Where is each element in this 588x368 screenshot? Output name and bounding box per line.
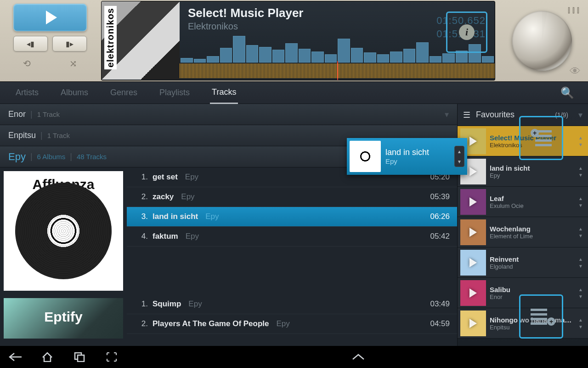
- library-tabs: Artists Albums Genres Playlists Tracks 🔍: [0, 82, 588, 104]
- spectrum-bar: [194, 59, 206, 63]
- spectrum-bar: [299, 49, 311, 63]
- favourite-item[interactable]: LeafExulum Ocie▲▼: [458, 187, 588, 217]
- drag-artist: Epy: [385, 157, 429, 165]
- album-art-label: elektronikos: [104, 6, 117, 69]
- volume-knob[interactable]: [512, 11, 572, 71]
- list-icon: [535, 130, 552, 146]
- reorder-handle[interactable]: ▲▼: [576, 287, 585, 299]
- play-icon: [469, 228, 477, 237]
- spectrum-bar: [272, 50, 285, 63]
- add-to-playlist-bottom[interactable]: +: [519, 294, 563, 339]
- list-icon: ☰: [463, 110, 470, 120]
- prev-button[interactable]: ◂▮: [13, 36, 48, 52]
- play-button[interactable]: [13, 4, 87, 31]
- track-artist: Epy: [181, 192, 194, 201]
- spectrum-bar: [364, 52, 376, 63]
- album-art-eptify[interactable]: Eptify: [4, 298, 123, 339]
- track-name: get set: [153, 172, 178, 182]
- spectrum-bar: [233, 36, 245, 63]
- track-row[interactable]: 4.faktumEpy05:42: [127, 227, 457, 247]
- favourite-title: Reinvent: [490, 255, 572, 263]
- track-number: 4.: [134, 232, 148, 241]
- reorder-handle[interactable]: ▲▼: [576, 135, 585, 147]
- track-name: land in sicht: [153, 212, 198, 221]
- recent-apps-button[interactable]: [72, 349, 87, 365]
- favourite-title: Wochenlang: [490, 225, 572, 233]
- reorder-handle[interactable]: ▲▼: [576, 226, 585, 238]
- add-to-playlist-top[interactable]: +: [519, 116, 563, 160]
- info-button[interactable]: i: [446, 12, 487, 53]
- play-icon: [46, 11, 57, 24]
- artist-group-enor[interactable]: Enor | 1 Track ▾: [0, 104, 457, 125]
- favourites-title: Favourites: [476, 110, 514, 120]
- player-header: ◂▮ ▮▸ ⟲ ⤨ elektronikos Select! Music Pla…: [0, 0, 588, 82]
- spectrum-bar: [351, 48, 363, 63]
- favourite-art: [460, 280, 486, 306]
- dragging-track-chip[interactable]: land in sicht Epy ▲▼: [347, 138, 467, 175]
- shuffle-icon[interactable]: ⤨: [69, 58, 77, 69]
- track-number: 1.: [134, 172, 148, 182]
- track-row[interactable]: 1.SquimpEpy03:49: [127, 294, 457, 314]
- track-number: 1.: [134, 299, 148, 309]
- favourite-title: land in sicht: [490, 164, 572, 172]
- favourite-item[interactable]: WochenlangElement of Lime▲▼: [458, 217, 588, 247]
- screenshot-button[interactable]: [104, 349, 119, 365]
- track-duration: 04:59: [430, 319, 450, 328]
- track-row[interactable]: 3.land in sichtEpy06:26: [127, 207, 457, 227]
- list-icon: [531, 309, 547, 325]
- visibility-icon[interactable]: 👁: [570, 65, 581, 78]
- play-icon: [469, 288, 477, 298]
- volume-area: ⫿⫿⫿ 👁: [496, 0, 588, 81]
- spectrum-bar: [311, 52, 324, 63]
- track-artist: Epy: [188, 299, 202, 309]
- album-art[interactable]: elektronikos: [102, 1, 180, 80]
- spectrum-bar: [482, 56, 494, 63]
- reorder-handle[interactable]: ▲▼: [576, 317, 585, 329]
- search-icon[interactable]: 🔍: [560, 86, 574, 99]
- chevron-down-icon[interactable]: ▾: [578, 110, 582, 120]
- favourite-artist: Element of Lime: [490, 233, 572, 240]
- reorder-handle[interactable]: ▲▼: [576, 257, 585, 269]
- track-name: zacky: [153, 192, 174, 201]
- next-button[interactable]: ▮▸: [52, 36, 87, 52]
- now-playing-display: elektronikos Select! Music Player Elektr…: [101, 1, 495, 80]
- favourite-item[interactable]: land in sichtEpy▲▼: [458, 156, 588, 187]
- repeat-icon[interactable]: ⟲: [23, 58, 31, 69]
- tab-artists[interactable]: Artists: [14, 82, 40, 103]
- favourite-item[interactable]: ReinventElgoland▲▼: [458, 247, 588, 278]
- tab-playlists[interactable]: Playlists: [158, 82, 192, 103]
- track-row[interactable]: 2.zackyEpy05:39: [127, 187, 457, 207]
- tab-genres[interactable]: Genres: [108, 82, 139, 103]
- reorder-handle[interactable]: ▲▼: [576, 196, 585, 208]
- chevron-down-icon: ▾: [445, 109, 449, 120]
- album-art-affluenza[interactable]: Affluenza: [4, 171, 123, 291]
- track-name: Players At The Game Of People: [153, 319, 269, 328]
- spectrum-bar: [259, 47, 271, 63]
- track-artist: Epy: [185, 172, 198, 182]
- spectrum-bar: [285, 43, 298, 63]
- tab-tracks[interactable]: Tracks: [210, 82, 238, 104]
- spectrum-bar: [246, 45, 259, 63]
- info-icon: i: [459, 24, 475, 40]
- home-button[interactable]: [40, 349, 55, 365]
- favourite-art: [460, 189, 486, 215]
- reorder-handle[interactable]: ▲▼: [576, 166, 585, 178]
- drag-handle-icon[interactable]: ▲▼: [454, 146, 464, 167]
- drag-title: land in sicht: [385, 148, 429, 157]
- track-row[interactable]: 2.Players At The Game Of PeopleEpy04:59: [127, 314, 457, 334]
- track-duration: 03:49: [430, 299, 450, 309]
- equalizer-icon[interactable]: ⫿⫿⫿: [567, 5, 581, 15]
- tab-albums[interactable]: Albums: [59, 82, 90, 103]
- waveform-seekbar[interactable]: [180, 63, 495, 78]
- favourite-art: [460, 310, 486, 336]
- track-artist: Epy: [277, 319, 290, 328]
- album-eptify: Eptify 1.SquimpEpy03:492.Players At The …: [0, 294, 457, 339]
- spectrum-bar: [338, 39, 350, 63]
- track-duration: 05:42: [430, 232, 450, 241]
- favourite-artist: Epy: [490, 172, 572, 179]
- back-button[interactable]: [7, 349, 23, 365]
- spectrum-bar: [377, 54, 390, 63]
- spectrum-bar: [403, 49, 416, 63]
- favourite-artist: Exulum Ocie: [490, 202, 572, 209]
- expand-up-button[interactable]: [351, 349, 366, 365]
